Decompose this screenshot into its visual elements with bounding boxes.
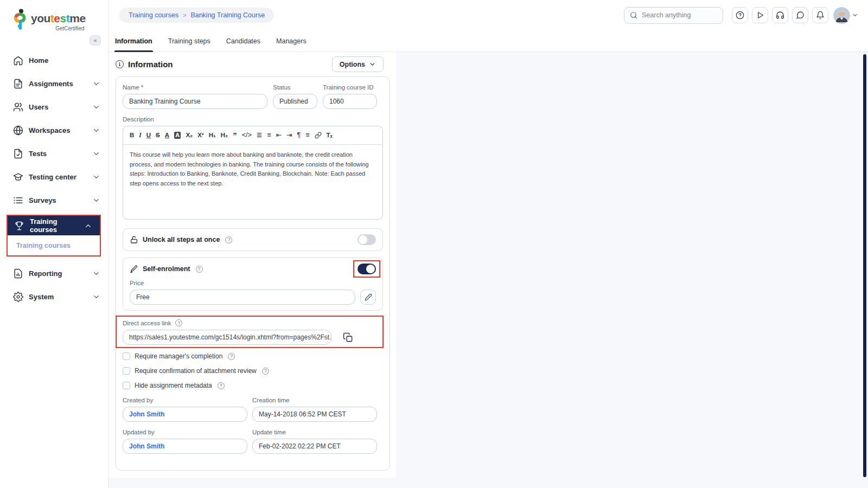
app-window: youtestme GetCertified « Home Assignment… <box>0 0 868 488</box>
blockquote-icon[interactable]: ” <box>233 131 237 139</box>
info-icon: i <box>116 60 124 68</box>
bullet-list-icon[interactable]: ≡ <box>267 132 271 139</box>
text-color-icon[interactable]: A <box>165 132 169 139</box>
breadcrumb-separator: > <box>183 12 186 18</box>
sidebar-item-testing-center[interactable]: Testing center <box>0 165 108 189</box>
sidebar-item-label: Assignments <box>29 80 92 88</box>
vertical-scrollbar[interactable] <box>863 54 866 477</box>
assignments-icon <box>13 79 23 89</box>
indent-icon[interactable]: ⇥ <box>286 132 292 139</box>
search-input[interactable] <box>642 11 717 19</box>
home-icon <box>13 55 23 66</box>
tab-managers[interactable]: Managers <box>276 30 307 52</box>
edit-price-button[interactable] <box>360 290 376 305</box>
unlock-steps-toggle[interactable] <box>358 234 376 245</box>
tab-candidates[interactable]: Candidates <box>226 30 261 52</box>
hide-assignment-metadata-checkbox[interactable] <box>123 382 130 389</box>
info-icon: ? <box>196 266 203 273</box>
chevron-down-icon <box>92 269 100 278</box>
info-icon: ? <box>262 368 269 375</box>
sidebar-item-label: Workspaces <box>29 126 92 134</box>
notifications-button[interactable] <box>812 7 828 23</box>
require-attachment-review-checkbox[interactable] <box>123 367 130 375</box>
status-field: Published <box>273 94 317 109</box>
code-icon[interactable]: </> <box>242 132 252 139</box>
options-button[interactable]: Options <box>332 56 384 72</box>
sidebar-item-label: System <box>29 293 92 301</box>
tab-training-steps[interactable]: Training steps <box>168 30 211 52</box>
chevron-down-icon <box>92 173 100 181</box>
info-icon: ? <box>175 319 182 326</box>
tests-icon <box>13 149 23 159</box>
sidebar-subitem-label: Training courses <box>16 242 71 249</box>
direct-link-label: Direct access link <box>123 320 171 326</box>
status-label: Status <box>273 84 317 91</box>
link-icon[interactable] <box>315 132 322 139</box>
tab-information[interactable]: Information <box>114 30 153 52</box>
bold-icon[interactable]: B <box>130 132 134 139</box>
copy-link-button[interactable] <box>343 332 353 343</box>
sidebar-item-tests[interactable]: Tests <box>0 142 108 165</box>
sidebar-item-workspaces[interactable]: Workspaces <box>0 119 108 142</box>
logo-seg: me <box>69 12 85 24</box>
self-enrolment-toggle[interactable] <box>358 264 376 274</box>
sidebar-item-training-courses[interactable]: Training courses <box>8 216 100 235</box>
tab-bar: Information Training steps Candidates Ma… <box>108 30 868 52</box>
superscript-icon[interactable]: X² <box>197 132 204 139</box>
unlock-icon <box>130 235 138 244</box>
support-button[interactable] <box>772 7 788 23</box>
subscript-icon[interactable]: X₂ <box>186 132 193 139</box>
headset-icon <box>776 11 784 20</box>
require-manager-completion-checkbox[interactable] <box>123 352 130 360</box>
checkbox-label: Hide assignment metadata <box>135 382 212 389</box>
chevron-down-icon <box>92 126 100 134</box>
direct-link-field[interactable]: https://sales1.youtestme.com/gc1514s/log… <box>123 330 331 345</box>
sidebar-item-label: Reporting <box>29 269 92 278</box>
heading1-icon[interactable]: H₁ <box>209 132 216 139</box>
chat-button[interactable] <box>792 7 808 23</box>
sidebar-item-home[interactable]: Home <box>0 49 108 72</box>
ordered-list-icon[interactable]: ≣ <box>257 132 262 139</box>
sidebar-subitem-training-courses[interactable]: Training courses <box>8 235 100 255</box>
breadcrumb-parent-link[interactable]: Training courses <box>129 11 178 19</box>
user-menu[interactable] <box>833 7 858 24</box>
text-direction-icon[interactable]: ¶ <box>297 132 301 139</box>
unlock-steps-label: Unlock all steps at once <box>143 236 220 243</box>
sidebar-item-users[interactable]: Users <box>0 95 108 119</box>
sidebar-item-surveys[interactable]: Surveys <box>0 189 108 212</box>
created-by-field[interactable]: John Smith <box>123 407 247 422</box>
chevron-down-icon <box>92 80 100 88</box>
sidebar-item-system[interactable]: System <box>0 285 108 309</box>
description-text[interactable]: This course will help you learn more abo… <box>123 145 382 219</box>
strikethrough-icon[interactable]: S <box>156 132 160 139</box>
logo-seg: s <box>60 12 66 24</box>
self-enrolment-card: Self-enrolment ? Price Free <box>123 258 383 311</box>
sidebar-collapse-button[interactable]: « <box>90 35 101 46</box>
chevron-down-icon <box>369 61 376 68</box>
clear-format-icon[interactable]: Tₓ <box>327 132 333 139</box>
sidebar-item-label: Home <box>29 56 100 65</box>
tutorial-play-button[interactable] <box>752 7 768 23</box>
course-id-field: 1060 <box>323 94 377 109</box>
description-label: Description <box>123 116 383 123</box>
unlock-steps-card: Unlock all steps at once ? <box>123 228 383 251</box>
sidebar-item-assignments[interactable]: Assignments <box>0 72 108 95</box>
price-label: Price <box>130 280 376 286</box>
globe-icon <box>13 125 23 136</box>
price-field[interactable]: Free <box>130 290 355 305</box>
logo-seg: e <box>54 12 60 24</box>
heading2-icon[interactable]: H₂ <box>221 132 228 139</box>
align-icon[interactable]: ≡ <box>305 132 309 139</box>
sidebar-item-reporting[interactable]: Reporting <box>0 262 108 285</box>
updated-by-field[interactable]: John Smith <box>123 439 247 454</box>
creation-time-label: Creation time <box>252 397 377 403</box>
highlight-color-icon[interactable]: A <box>174 132 181 139</box>
underline-icon[interactable]: U <box>146 132 151 139</box>
breadcrumb-current-link[interactable]: Banking Training Course <box>190 11 265 19</box>
outdent-icon[interactable]: ⇤ <box>276 132 282 139</box>
name-field[interactable]: Banking Training Course <box>123 94 267 109</box>
page-title: Information <box>128 60 173 69</box>
options-button-label: Options <box>340 61 365 68</box>
help-button[interactable] <box>732 7 748 23</box>
italic-icon[interactable]: I <box>139 132 141 139</box>
